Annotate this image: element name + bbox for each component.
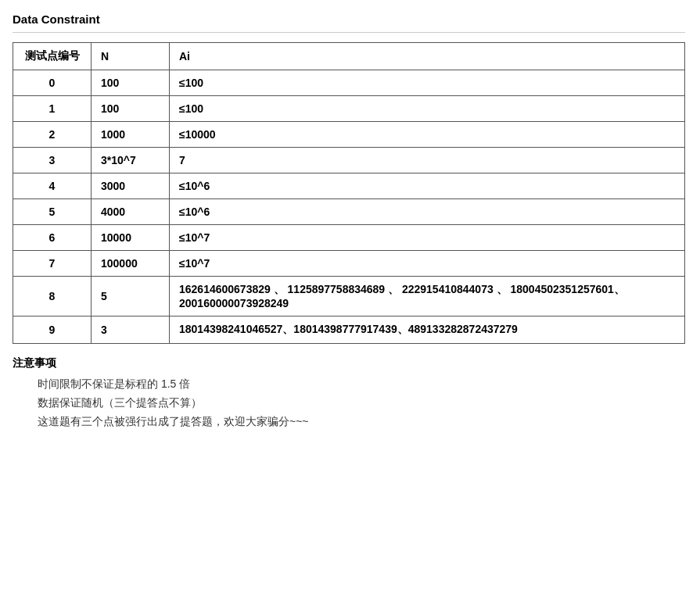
table-row: 1100≤100: [13, 96, 685, 122]
cell-n: 100: [92, 70, 170, 96]
table-row: 7100000≤10^7: [13, 251, 685, 277]
header-id: 测试点编号: [13, 43, 92, 70]
cell-id: 8: [13, 277, 92, 317]
cell-id: 6: [13, 225, 92, 251]
cell-n: 100000: [92, 251, 170, 277]
cell-n: 1000: [92, 122, 170, 148]
cell-id: 3: [13, 148, 92, 173]
table-header-row: 测试点编号 N Ai: [13, 43, 685, 70]
cell-n: 10000: [92, 225, 170, 251]
cell-id: 9: [13, 317, 92, 344]
cell-n: 4000: [92, 199, 170, 225]
table-row: 0100≤100: [13, 70, 685, 96]
note-item: 这道题有三个点被强行出成了提答题，欢迎大家骗分~~~: [13, 413, 685, 431]
cell-n: 3: [92, 317, 170, 344]
cell-id: 4: [13, 173, 92, 199]
cell-n: 3*10^7: [92, 148, 170, 173]
notes-title: 注意事项: [13, 356, 685, 370]
table-row: 85162614600673829 、 1125897758834689 、 2…: [13, 277, 685, 317]
table-row: 43000≤10^6: [13, 173, 685, 199]
table-row: 54000≤10^6: [13, 199, 685, 225]
cell-n: 3000: [92, 173, 170, 199]
cell-ai: 7: [170, 148, 685, 173]
cell-ai: 18014398241046527、18014398777917439、4891…: [170, 317, 685, 344]
notes-list: 时间限制不保证是标程的 1.5 倍数据保证随机（三个提答点不算）这道题有三个点被…: [13, 375, 685, 431]
table-row: 33*10^77: [13, 148, 685, 173]
cell-ai: ≤10^6: [170, 199, 685, 225]
page-container: Data Constraint 测试点编号 N Ai 0100≤1001100≤…: [13, 13, 685, 431]
constraint-table: 测试点编号 N Ai 0100≤1001100≤10021000≤1000033…: [13, 42, 685, 344]
cell-ai: ≤10^6: [170, 173, 685, 199]
header-ai: Ai: [170, 43, 685, 70]
table-row: 610000≤10^7: [13, 225, 685, 251]
cell-id: 1: [13, 96, 92, 122]
cell-id: 5: [13, 199, 92, 225]
cell-id: 0: [13, 70, 92, 96]
cell-n: 5: [92, 277, 170, 317]
table-row: 21000≤10000: [13, 122, 685, 148]
cell-ai: ≤100: [170, 96, 685, 122]
cell-n: 100: [92, 96, 170, 122]
cell-ai: ≤100: [170, 70, 685, 96]
cell-ai: ≤10^7: [170, 251, 685, 277]
page-title: Data Constraint: [13, 13, 685, 33]
header-n: N: [92, 43, 170, 70]
cell-id: 7: [13, 251, 92, 277]
note-item: 数据保证随机（三个提答点不算）: [13, 394, 685, 413]
notes-section: 注意事项 时间限制不保证是标程的 1.5 倍数据保证随机（三个提答点不算）这道题…: [13, 356, 685, 431]
table-row: 9318014398241046527、18014398777917439、48…: [13, 317, 685, 344]
cell-ai: ≤10^7: [170, 225, 685, 251]
cell-ai: 162614600673829 、 1125897758834689 、 222…: [170, 277, 685, 317]
note-item: 时间限制不保证是标程的 1.5 倍: [13, 375, 685, 394]
cell-id: 2: [13, 122, 92, 148]
cell-ai: ≤10000: [170, 122, 685, 148]
